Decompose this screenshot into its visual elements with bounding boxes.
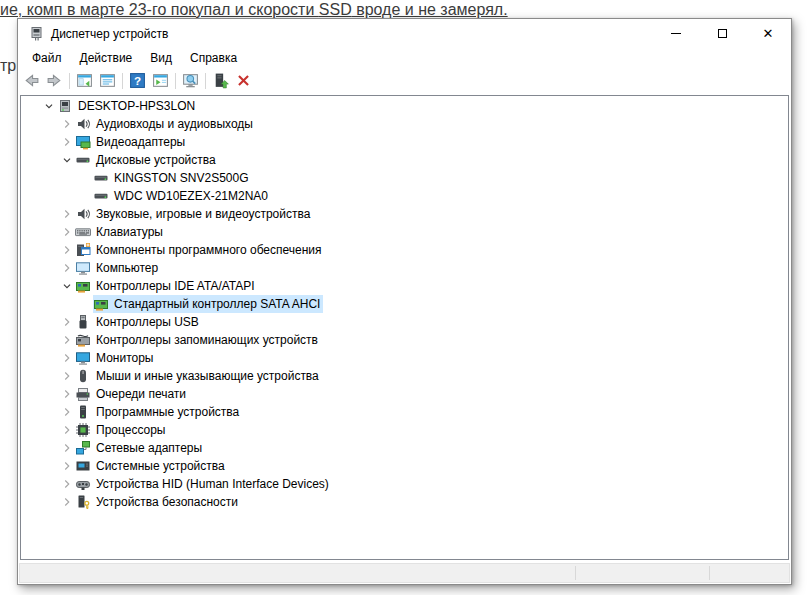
processor-icon <box>75 422 91 438</box>
tree-item-security-devices[interactable]: Устройства безопасности <box>21 493 788 511</box>
menu-help[interactable]: Справка <box>181 49 246 67</box>
device-manager-window: Диспетчер устройств ✕ ФайлДействиеВидСпр… <box>17 18 792 585</box>
show-console-tree-button[interactable] <box>73 70 96 92</box>
chevron-right-icon[interactable] <box>59 476 75 492</box>
tree-item-software-components[interactable]: Компоненты программного обеспечения <box>21 241 788 259</box>
tree-item-label: DESKTOP-HPS3LON <box>78 99 195 113</box>
action-pane-button[interactable] <box>149 70 172 92</box>
uninstall-device-button[interactable] <box>232 70 255 92</box>
tree-item-hid-devices[interactable]: Устройства HID (Human Interface Devices) <box>21 475 788 493</box>
chevron-right-icon[interactable] <box>59 422 75 438</box>
toolbar-separator <box>205 73 206 89</box>
disk-drive-icon <box>75 152 91 168</box>
tree-item-ide-controllers[interactable]: Контроллеры IDE ATA/ATAPI <box>21 277 788 295</box>
status-bar-divider <box>709 566 710 580</box>
background-text-partial: тр <box>0 57 16 75</box>
tree-item-software-devices[interactable]: Программные устройства <box>21 403 788 421</box>
chevron-right-icon[interactable] <box>59 134 75 150</box>
hid-device-icon <box>75 476 91 492</box>
chevron-right-icon[interactable] <box>59 386 75 402</box>
system-device-icon <box>75 458 91 474</box>
scan-hardware-icon <box>182 72 199 89</box>
chevron-spacer <box>77 170 93 186</box>
chevron-right-icon[interactable] <box>59 242 75 258</box>
tree-item-keyboards[interactable]: Клавиатуры <box>21 223 788 241</box>
update-driver-icon <box>212 72 229 89</box>
chevron-down-icon[interactable] <box>41 98 57 114</box>
menu-file[interactable]: Файл <box>23 49 71 67</box>
tree-item-label: Компьютер <box>96 261 158 275</box>
disk-drive-icon <box>93 170 109 186</box>
chevron-right-icon[interactable] <box>59 206 75 222</box>
properties-button[interactable] <box>96 70 119 92</box>
tree-item-label: Системные устройства <box>96 459 225 473</box>
background-text-after: вроде и не замерял. <box>352 1 508 18</box>
update-driver-button[interactable] <box>209 70 232 92</box>
tree-item-storage-controllers[interactable]: Контроллеры запоминающих устройств <box>21 331 788 349</box>
ide-controller-icon <box>75 278 91 294</box>
chevron-down-icon[interactable] <box>59 152 75 168</box>
forward-button[interactable] <box>43 70 66 92</box>
maximize-button[interactable] <box>699 19 745 48</box>
scan-hardware-changes-button[interactable] <box>179 70 202 92</box>
tree-item-network-adapters[interactable]: Сетевые адаптеры <box>21 439 788 457</box>
tree-item-desktop-hps3lon[interactable]: DESKTOP-HPS3LON <box>21 97 788 115</box>
tree-item-sound-game-video[interactable]: Звуковые, игровые и видеоустройства <box>21 205 788 223</box>
close-icon: ✕ <box>763 27 774 40</box>
tree-item-usb-controllers[interactable]: Контроллеры USB <box>21 313 788 331</box>
software-device-icon <box>75 404 91 420</box>
chevron-right-icon[interactable] <box>59 440 75 456</box>
menu-view[interactable]: Вид <box>141 49 181 67</box>
computer-monitor-icon <box>75 260 91 276</box>
tree-item-audio-inputs[interactable]: Аудиовходы и аудиовыходы <box>21 115 788 133</box>
ide-controller-icon <box>93 296 109 312</box>
tree-item-kingston-snv2s500g[interactable]: KINGSTON SNV2S500G <box>21 169 788 187</box>
tree-item-computer[interactable]: Компьютер <box>21 259 788 277</box>
menu-action[interactable]: Действие <box>71 49 142 67</box>
tree-item-monitors[interactable]: Мониторы <box>21 349 788 367</box>
tree-item-label: Аудиовходы и аудиовыходы <box>96 117 253 131</box>
tree-item-disk-drives[interactable]: Дисковые устройства <box>21 151 788 169</box>
help-button[interactable] <box>126 70 149 92</box>
storage-controller-icon <box>75 332 91 348</box>
tree-item-standard-sata-ahci[interactable]: Стандартный контроллер SATA AHCI <box>21 295 788 313</box>
status-bar <box>19 563 790 583</box>
tree-item-mice[interactable]: Мыши и иные указывающие устройства <box>21 367 788 385</box>
keyboard-icon <box>75 224 91 240</box>
tree-item-wdc-wd10ezex[interactable]: WDC WD10EZEX-21M2NA0 <box>21 187 788 205</box>
audio-inputs-icon <box>75 116 91 132</box>
tree-item-processors[interactable]: Процессоры <box>21 421 788 439</box>
chevron-right-icon[interactable] <box>59 332 75 348</box>
chevron-right-icon[interactable] <box>59 224 75 240</box>
sound-game-icon <box>75 206 91 222</box>
disk-drive-icon <box>93 188 109 204</box>
chevron-right-icon[interactable] <box>59 260 75 276</box>
minimize-button[interactable] <box>653 19 699 48</box>
background-text-before: ие, комп в марте 23-го покупал и скорост… <box>0 1 319 18</box>
tree-item-label: Контроллеры IDE ATA/ATAPI <box>96 279 255 293</box>
chevron-right-icon[interactable] <box>59 404 75 420</box>
back-button[interactable] <box>20 70 43 92</box>
tree-item-label: Стандартный контроллер SATA AHCI <box>114 297 320 311</box>
chevron-right-icon[interactable] <box>59 494 75 510</box>
chevron-right-icon[interactable] <box>59 314 75 330</box>
chevron-right-icon[interactable] <box>59 350 75 366</box>
toolbar <box>18 67 791 94</box>
display-adapter-icon <box>75 134 91 150</box>
chevron-right-icon[interactable] <box>59 368 75 384</box>
tree-item-label: Мыши и иные указывающие устройства <box>96 369 319 383</box>
tree-item-print-queues[interactable]: Очереди печати <box>21 385 788 403</box>
menu-bar: ФайлДействиеВидСправка <box>18 48 791 67</box>
chevron-right-icon[interactable] <box>59 458 75 474</box>
tree-item-display-adapters[interactable]: Видеоадаптеры <box>21 133 788 151</box>
chevron-down-icon[interactable] <box>59 278 75 294</box>
page-background: ие, комп в марте 23-го покупал и скорост… <box>0 0 812 595</box>
window-controls: ✕ <box>653 19 791 48</box>
help-icon <box>129 72 146 89</box>
tree-item-system-devices[interactable]: Системные устройства <box>21 457 788 475</box>
action-pane-icon <box>152 72 169 89</box>
title-bar[interactable]: Диспетчер устройств ✕ <box>18 19 791 48</box>
tree-item-label: Программные устройства <box>96 405 239 419</box>
chevron-right-icon[interactable] <box>59 116 75 132</box>
close-button[interactable]: ✕ <box>745 19 791 48</box>
